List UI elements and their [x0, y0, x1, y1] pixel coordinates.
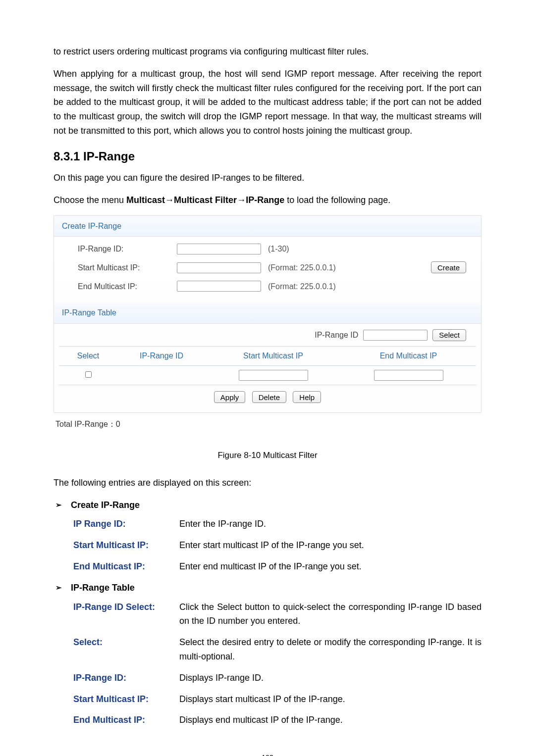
row-start-input[interactable] [239, 370, 308, 381]
def-desc: Click the Select button to quick-select … [179, 600, 482, 629]
def-desc: Enter the IP-range ID. [179, 517, 482, 531]
help-button[interactable]: Help [293, 391, 321, 403]
total-ip-range: Total IP-Range：0 [55, 418, 482, 431]
entries-intro: The following entries are displayed on t… [54, 476, 482, 490]
def-desc: Enter end multicast IP of the IP-range y… [179, 559, 482, 574]
col-start: Start Multicast IP [206, 347, 341, 366]
figure-caption: Figure 8-10 Multicast Filter [54, 449, 482, 462]
section-heading: 8.3.1 IP-Range [54, 147, 482, 166]
menu-path-line: Choose the menu Multicast→Multicast Filt… [54, 193, 482, 207]
col-end: End Multicast IP [341, 347, 476, 366]
def-desc: Enter start multicast IP of the IP-range… [179, 538, 482, 553]
input-ip-range-id[interactable] [177, 244, 261, 254]
section-table-title: IP-Range Table [71, 581, 135, 595]
row-checkbox[interactable] [85, 371, 92, 378]
select-button[interactable]: Select [432, 329, 466, 341]
col-select: Select [59, 347, 117, 366]
def-term: Start Multicast IP: [73, 538, 179, 553]
def-term: Start Multicast IP: [73, 692, 179, 706]
def-desc: Displays start multicast IP of the IP-ra… [179, 692, 482, 706]
apply-button[interactable]: Apply [214, 391, 246, 403]
def-term: IP-Range ID Select: [73, 600, 179, 629]
create-button[interactable]: Create [431, 261, 466, 273]
ip-range-table: Select IP-Range ID Start Multicast IP En… [59, 346, 476, 385]
page-number: 103 [54, 752, 482, 756]
table-row [59, 365, 476, 385]
def-desc: Displays IP-range ID. [179, 671, 482, 685]
filter-label: IP-Range ID [315, 329, 358, 342]
section-create-title: Create IP-Range [71, 498, 140, 512]
hint-ip-range: (1-30) [268, 243, 289, 255]
filter-input[interactable] [363, 330, 428, 341]
config-figure: Create IP-Range IP-Range ID: (1-30) Star… [54, 215, 482, 431]
def-term: IP-Range ID: [73, 671, 179, 685]
def-desc: Displays end multicast IP of the IP-rang… [179, 713, 482, 727]
def-term: End Multicast IP: [73, 713, 179, 727]
menu-prefix: Choose the menu [54, 195, 126, 205]
intro-line-2: When applying for a multicast group, the… [54, 67, 482, 138]
input-end-ip[interactable] [177, 281, 261, 292]
input-start-ip[interactable] [177, 262, 261, 273]
create-ip-range-header: Create IP-Range [54, 216, 481, 237]
menu-suffix: to load the following page. [284, 195, 390, 205]
hint-end-fmt: (Format: 225.0.0.1) [268, 280, 336, 293]
def-desc: Select the desired entry to delete or mo… [179, 635, 482, 664]
menu-path: Multicast→Multicast Filter→IP-Range [126, 195, 284, 205]
ip-range-table-header: IP-Range Table [54, 302, 481, 324]
delete-button[interactable]: Delete [252, 391, 286, 403]
row-end-input[interactable] [374, 370, 443, 381]
def-term: End Multicast IP: [73, 559, 179, 574]
bullet-arrow-icon: ➢ [55, 499, 62, 511]
bullet-arrow-icon: ➢ [55, 582, 62, 594]
intro-line-1: to restrict users ordering multicast pro… [54, 45, 482, 59]
label-end-ip: End Multicast IP: [59, 280, 177, 293]
hint-start-fmt: (Format: 225.0.0.1) [268, 261, 336, 274]
label-start-ip: Start Multicast IP: [59, 261, 177, 274]
col-id: IP-Range ID [117, 347, 206, 366]
intro-line-3: On this page you can figure the desired … [54, 171, 482, 185]
label-ip-range-id: IP-Range ID: [59, 243, 177, 255]
def-term: IP Range ID: [73, 517, 179, 531]
def-term: Select: [73, 635, 179, 664]
